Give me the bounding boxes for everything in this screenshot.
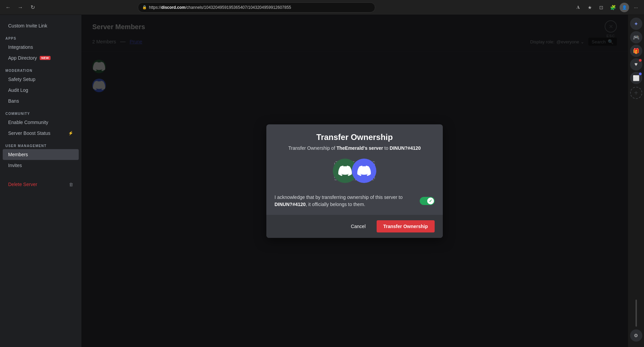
notification-dot <box>639 73 642 75</box>
browser-extensions-icon[interactable]: 🧩 <box>608 3 618 12</box>
read-aloud-icon[interactable]: 𝐀 <box>573 3 583 12</box>
sidebar-item-delete-server[interactable]: Delete Server 🗑 <box>3 179 79 190</box>
app-icon[interactable]: ⬜ <box>630 72 642 84</box>
sidebar-item-label: App Directory <box>8 55 37 61</box>
right-sidebar: ✦ 🎮 🎁 ♥ ⬜ + ⚙ <box>628 15 644 347</box>
modal-footer: Cancel Transfer Ownership <box>266 215 443 238</box>
modal-title: Transfer Ownership <box>274 132 435 142</box>
sidebar-item-audit-log[interactable]: Audit Log <box>3 85 79 96</box>
heart-icon[interactable]: ♥ <box>630 58 642 70</box>
sidebar-item-invites[interactable]: Invites <box>3 160 79 171</box>
transfer-ownership-button[interactable]: Transfer Ownership <box>377 220 435 232</box>
new-badge: NEW <box>40 56 51 60</box>
address-text: https://discord.com/channels/10432049591… <box>149 5 291 10</box>
forward-button[interactable]: → <box>16 3 25 12</box>
browser-icons: 𝐀 ★ ⊡ 🧩 👤 ··· <box>573 3 641 12</box>
avatar-transfer-graphic <box>274 159 435 183</box>
reload-button[interactable]: ↻ <box>28 3 37 12</box>
modal-body: Transfer Ownership Transfer Ownership of… <box>266 124 443 215</box>
sidebar-section-community: COMMUNITY <box>0 106 81 117</box>
sidebar-section-apps: APPS <box>0 31 81 42</box>
content-area: Server Members 2 Members — Prune Display… <box>81 15 628 347</box>
to-avatar <box>352 159 376 183</box>
sidebar-item-label: Server Boost Status <box>8 130 51 136</box>
sidebar-item-members[interactable]: Members <box>3 149 79 160</box>
boost-icon: ⚡ <box>68 131 73 136</box>
sidebar-item-label: Members <box>8 152 28 157</box>
gift-icon[interactable]: 🎁 <box>630 45 642 57</box>
sidebar-section-user-mgmt: USER MANAGEMENT <box>0 139 81 149</box>
profile-avatar[interactable]: 👤 <box>620 3 629 12</box>
gear-icon[interactable]: ⚙ <box>630 329 642 342</box>
sidebar-item-custom-invite[interactable]: Custom Invite Link <box>3 20 79 31</box>
back-button[interactable]: ← <box>3 3 13 12</box>
trash-icon: 🗑 <box>69 182 73 187</box>
scrollbar[interactable] <box>636 300 637 327</box>
check-icon: ✓ <box>429 199 432 203</box>
add-server-button[interactable]: + <box>630 87 642 99</box>
sidebar-item-bans[interactable]: Bans <box>3 96 79 106</box>
sidebar-section-moderation: MODERATION <box>0 63 81 74</box>
nitro-icon[interactable]: 🎮 <box>630 31 642 43</box>
toggle-knob: ✓ <box>427 198 434 204</box>
sidebar-item-label: Delete Server <box>8 182 37 187</box>
favorites-star-icon[interactable]: ★ <box>585 3 594 12</box>
sidebar-item-label: Audit Log <box>8 87 28 93</box>
sidebar-item-label: Enable Community <box>8 120 48 125</box>
modal-subtitle: Transfer Ownership of TheEmerald's serve… <box>274 145 435 152</box>
sidebar-item-integrations[interactable]: Integrations <box>3 42 79 53</box>
acknowledge-toggle[interactable]: ✓ <box>420 197 435 205</box>
cancel-button[interactable]: Cancel <box>345 221 371 232</box>
address-bar[interactable]: 🔒 https://discord.com/channels/104320495… <box>138 2 375 13</box>
lock-icon: 🔒 <box>142 5 147 9</box>
transfer-ownership-modal: Transfer Ownership Transfer Ownership of… <box>266 124 443 238</box>
sidebar-item-label: Safety Setup <box>8 77 35 82</box>
acknowledge-row: I acknowledge that by transferring owner… <box>274 190 435 215</box>
sidebar-item-enable-community[interactable]: Enable Community <box>3 117 79 128</box>
browser-menu-icon[interactable]: ··· <box>631 3 641 12</box>
sidebar-item-safety-setup[interactable]: Safety Setup <box>3 74 79 85</box>
sidebar-item-label: Invites <box>8 163 22 168</box>
modal-overlay: Transfer Ownership Transfer Ownership of… <box>81 15 628 347</box>
notification-dot <box>639 59 642 62</box>
sidebar: Custom Invite Link APPS Integrations App… <box>0 15 81 347</box>
browser-bar: ← → ↻ 🔒 https://discord.com/channels/104… <box>0 0 644 15</box>
main-layout: Custom Invite Link APPS Integrations App… <box>0 15 644 347</box>
transfer-avatars <box>333 159 376 183</box>
sidebar-item-app-directory[interactable]: App Directory NEW <box>3 53 79 63</box>
sidebar-item-server-boost-status[interactable]: Server Boost Status ⚡ <box>3 128 79 139</box>
sidebar-item-label: Custom Invite Link <box>8 23 47 28</box>
acknowledge-text: I acknowledge that by transferring owner… <box>274 194 414 208</box>
sidebar-item-label: Bans <box>8 98 19 104</box>
star-icon[interactable]: ✦ <box>630 18 642 30</box>
sidebar-item-label: Integrations <box>8 44 33 50</box>
collections-icon[interactable]: ⊡ <box>596 3 606 12</box>
